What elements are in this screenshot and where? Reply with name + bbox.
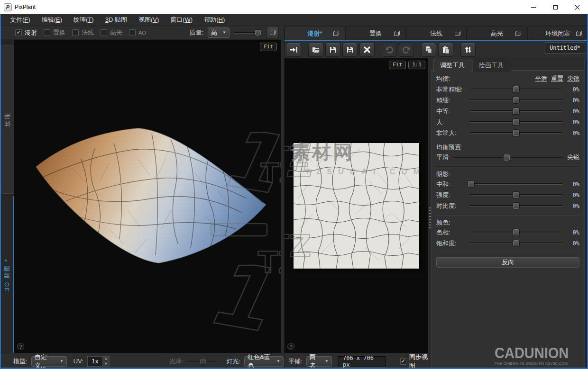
splitter-right[interactable] bbox=[428, 58, 432, 369]
quality-slider[interactable] bbox=[234, 29, 262, 36]
spin-up-button[interactable]: ▲ bbox=[103, 357, 109, 361]
equalize-sharp-link[interactable]: 尖锐 bbox=[567, 74, 579, 83]
save-icon bbox=[329, 45, 337, 54]
maximize-button[interactable] bbox=[544, 0, 566, 14]
detach-window-icon[interactable] bbox=[576, 31, 582, 36]
very-fine-slider[interactable] bbox=[469, 86, 562, 92]
equalize-reset-link[interactable]: 重置 bbox=[551, 74, 563, 83]
slider-handle[interactable] bbox=[513, 119, 519, 125]
medium-slider[interactable] bbox=[469, 108, 562, 114]
detach-window-icon[interactable] bbox=[455, 31, 460, 36]
redo-button[interactable] bbox=[399, 43, 414, 57]
slider-handle[interactable] bbox=[513, 86, 519, 92]
swap-button[interactable] bbox=[460, 43, 476, 57]
large-slider[interactable] bbox=[469, 119, 562, 125]
very-large-slider[interactable] bbox=[469, 130, 562, 136]
save-as-button[interactable] bbox=[342, 43, 358, 57]
detach-view-button[interactable] bbox=[266, 27, 279, 38]
hue-slider[interactable] bbox=[469, 229, 562, 235]
menu-3d-mapping[interactable]: 3D 贴图 bbox=[100, 14, 132, 26]
viewport-3d[interactable]: 1 1 TZ TZ Fit ? bbox=[14, 40, 281, 353]
import-button[interactable] bbox=[286, 43, 301, 57]
undo-button[interactable] bbox=[382, 43, 397, 57]
open-button[interactable] bbox=[308, 43, 323, 57]
saturation-slider[interactable] bbox=[469, 240, 562, 246]
menu-edit[interactable]: 编辑(E) bbox=[37, 14, 67, 26]
gloss-slider[interactable] bbox=[187, 358, 219, 365]
preset-slider[interactable] bbox=[452, 154, 563, 161]
tab-normal[interactable]: 法线 bbox=[406, 27, 467, 40]
splitter-grip-icon[interactable] bbox=[429, 207, 431, 228]
color-title: 颜色: bbox=[436, 218, 450, 227]
menu-file[interactable]: 文件(F) bbox=[5, 14, 36, 26]
tab-specular[interactable]: 高光 bbox=[467, 27, 527, 40]
tile-dropdown[interactable]: 两者 ▼ bbox=[306, 356, 332, 367]
side-tab-3d-mapping[interactable]: 3D 贴图 * bbox=[1, 196, 14, 353]
fine-slider[interactable] bbox=[469, 97, 562, 103]
neutralize-slider[interactable] bbox=[469, 181, 562, 187]
slider-handle[interactable] bbox=[504, 154, 510, 161]
save-button[interactable] bbox=[325, 43, 340, 57]
detach-window-icon bbox=[270, 30, 276, 35]
menu-window[interactable]: 窗口(W) bbox=[165, 14, 198, 26]
help-icon[interactable]: ? bbox=[17, 343, 24, 350]
contrast-slider[interactable] bbox=[469, 203, 562, 209]
tab-adjust-tools[interactable]: 调整工具 bbox=[433, 59, 471, 72]
detach-window-icon[interactable] bbox=[515, 31, 521, 36]
slider-handle[interactable] bbox=[513, 130, 519, 136]
menu-texture[interactable]: 纹理(T) bbox=[68, 14, 99, 26]
redo-icon bbox=[402, 45, 411, 54]
uv-value[interactable]: 1x bbox=[87, 356, 102, 367]
light-value: 红色&蓝色 bbox=[248, 353, 273, 369]
fit-2d-button[interactable]: Fit bbox=[389, 61, 406, 69]
strength-slider[interactable] bbox=[469, 192, 562, 198]
checkbox-displacement[interactable]: 置换 bbox=[44, 28, 65, 37]
invert-button[interactable]: 反向 bbox=[436, 257, 579, 268]
sync-views-checkbox[interactable]: ✓ 同步视图 bbox=[400, 353, 432, 369]
save-as-icon bbox=[346, 45, 354, 54]
menu-help[interactable]: 帮助(H) bbox=[199, 14, 230, 26]
detach-window-icon[interactable] bbox=[394, 31, 400, 36]
slider-handle[interactable] bbox=[513, 229, 519, 235]
tab-ambient-occlusion[interactable]: 环境闭塞 bbox=[527, 27, 588, 40]
pillow-3d-render bbox=[14, 40, 281, 353]
detach-window-icon[interactable] bbox=[333, 31, 339, 36]
tab-paint-tools[interactable]: 绘画工具 bbox=[472, 59, 510, 72]
slider-handle[interactable] bbox=[468, 181, 474, 187]
checkbox-diffuse[interactable]: ✓ 漫射 bbox=[15, 28, 37, 37]
preset-smooth-label: 平滑 bbox=[436, 153, 449, 162]
tab-displacement[interactable]: 置换 bbox=[345, 27, 406, 40]
close-button[interactable] bbox=[566, 0, 588, 14]
one-to-one-button[interactable]: 1:1 bbox=[408, 61, 425, 69]
minimize-button[interactable] bbox=[523, 0, 544, 14]
slider-handle[interactable] bbox=[513, 108, 519, 114]
tile-label: 平铺: bbox=[288, 357, 303, 366]
checkbox-ao[interactable]: AO bbox=[129, 29, 146, 36]
help-icon[interactable]: ? bbox=[287, 343, 294, 350]
side-tab-texture[interactable]: 纹理 bbox=[1, 45, 14, 194]
model-dropdown[interactable]: 自定义... ▼ bbox=[31, 356, 67, 367]
fit-view-button[interactable]: Fit bbox=[260, 43, 277, 51]
tab-diffuse[interactable]: 漫射* bbox=[285, 27, 345, 40]
slider-handle[interactable] bbox=[200, 359, 206, 364]
light-dropdown[interactable]: 红色&蓝色 ▼ bbox=[244, 356, 284, 367]
checkbox-normal[interactable]: 法线 bbox=[72, 28, 94, 37]
close-texture-button[interactable] bbox=[359, 43, 375, 57]
slider-handle[interactable] bbox=[513, 192, 519, 198]
slider-handle[interactable] bbox=[513, 203, 519, 209]
uv-stepper[interactable]: 1x ▲ ▼ bbox=[87, 356, 110, 367]
slider-handle[interactable] bbox=[513, 97, 519, 103]
quality-dropdown[interactable]: 高 ▼ bbox=[208, 27, 230, 38]
checkbox-specular[interactable]: 高光 bbox=[101, 28, 122, 37]
paste-button[interactable] bbox=[438, 43, 453, 57]
splitter-left[interactable] bbox=[281, 26, 285, 369]
open-folder-icon bbox=[312, 45, 320, 54]
menu-view[interactable]: 视图(V) bbox=[133, 14, 164, 26]
equalize-smooth-link[interactable]: 平滑 bbox=[535, 74, 547, 83]
tab-label: 法线 bbox=[430, 29, 442, 38]
viewport-2d[interactable]: TZ TZ 1 素材网 TZSUCAI COM Fit 1:1 ? bbox=[285, 58, 428, 353]
slider-handle[interactable] bbox=[255, 30, 261, 36]
copy-button[interactable] bbox=[421, 43, 436, 57]
slider-handle[interactable] bbox=[513, 240, 519, 246]
spin-down-button[interactable]: ▼ bbox=[103, 361, 109, 366]
